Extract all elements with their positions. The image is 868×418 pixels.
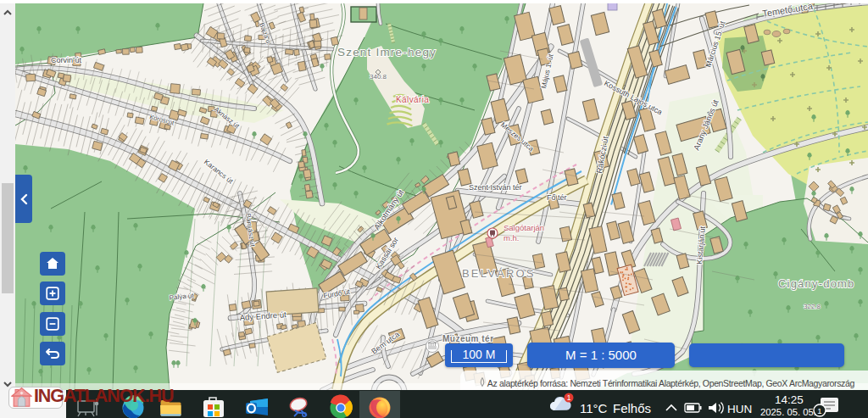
svg-text:Múzeum tér: Múzeum tér: [442, 334, 494, 343]
svg-text:1: 1: [567, 393, 571, 402]
svg-text:Fő tér: Fő tér: [547, 193, 567, 202]
svg-text:BELVÁROS: BELVÁROS: [462, 267, 536, 280]
svg-text:HUN: HUN: [727, 403, 752, 415]
svg-text:m.h.: m.h.: [504, 233, 519, 242]
svg-text:1: 1: [817, 406, 821, 415]
svg-text:322.8: 322.8: [804, 303, 821, 310]
svg-text:Corvin út: Corvin út: [51, 56, 82, 64]
svg-text:Szent István tér: Szent István tér: [469, 183, 522, 192]
svg-text:Kálvária: Kálvária: [396, 95, 429, 104]
svg-text:Cigány-domb: Cigány-domb: [778, 277, 855, 290]
svg-text:Felhős: Felhős: [613, 401, 651, 415]
svg-text:11°C: 11°C: [580, 401, 608, 415]
svg-text:Salgótarján: Salgótarján: [504, 223, 544, 232]
svg-text:2025. 05. 05.: 2025. 05. 05.: [760, 407, 816, 417]
svg-text:14:25: 14:25: [775, 393, 804, 406]
svg-text:Szent Imre-hegy: Szent Imre-hegy: [337, 46, 437, 59]
